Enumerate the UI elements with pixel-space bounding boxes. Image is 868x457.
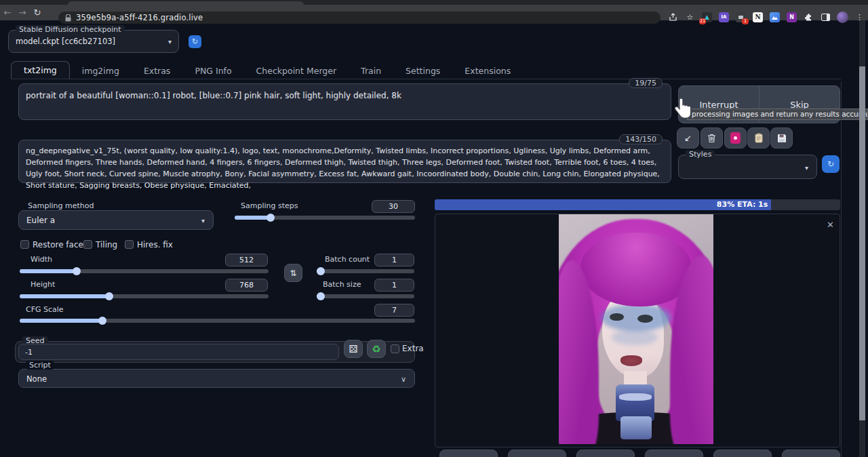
chevron-down-icon: ▾ (805, 164, 808, 172)
extra-networks-icon (730, 132, 741, 144)
batch-size-slider[interactable] (317, 294, 414, 298)
checkpoint-dropdown[interactable]: Stable Diffusion checkpoint model.ckpt [… (8, 30, 179, 53)
ext-onenote-icon[interactable]: N (786, 12, 797, 23)
share-icon[interactable] (667, 12, 679, 23)
prompt-token-counter: 19/75 (629, 78, 663, 88)
width-slider[interactable] (20, 269, 269, 273)
sampling-method-dropdown[interactable]: Sampling method Euler a ▾ (18, 210, 214, 230)
refresh-checkpoints-button[interactable]: ↻ (189, 35, 201, 48)
width-label: Width (31, 255, 52, 264)
seed-extra-checkbox[interactable] (391, 344, 399, 353)
right-column-border (841, 81, 842, 457)
bookmark-star-icon[interactable]: ☆ (684, 12, 696, 23)
ext-ia-icon[interactable]: IA (718, 12, 730, 23)
hires-fix-label: Hires. fix (137, 240, 173, 250)
script-label: Script (26, 361, 54, 370)
hires-fix-checkbox[interactable] (125, 240, 134, 249)
negative-prompt-textarea[interactable]: 143/150 ng_deepnegative_v1_75t, (worst q… (18, 140, 671, 183)
tab-extras[interactable]: Extras (132, 62, 183, 79)
tab-png-info[interactable]: PNG Info (182, 62, 243, 79)
browser-toolbar: ← → ↻ 359e5b9a-a5ff-4216.gradio.live ☆ ▲… (0, 5, 868, 20)
height-input[interactable]: 768 (225, 279, 268, 292)
address-bar[interactable]: 359e5b9a-a5ff-4216.gradio.live (58, 12, 660, 24)
batch-count-input[interactable]: 1 (374, 254, 414, 266)
reload-icon[interactable]: ↻ (30, 7, 45, 18)
random-seed-dice-button[interactable]: ⚄ (344, 340, 363, 358)
close-preview-icon[interactable]: ✕ (827, 220, 834, 230)
tab-settings[interactable]: Settings (393, 62, 452, 79)
prompt-textarea[interactable]: 19/75 portrait of a beautiful [woman::0.… (18, 83, 671, 120)
cfg-scale-slider[interactable] (20, 319, 415, 323)
ext-arrow-icon[interactable]: ▲ 21 (701, 12, 713, 23)
chevron-down-icon: ▾ (201, 217, 205, 224)
height-slider[interactable] (20, 294, 269, 298)
extra-networks-button[interactable] (724, 127, 747, 148)
tabs-divider (11, 79, 841, 79)
width-input[interactable]: 512 (225, 254, 268, 266)
chevron-down-icon: ∨ (401, 375, 406, 384)
mouse-cursor (674, 98, 692, 119)
sampling-method-label: Sampling method (24, 201, 97, 210)
apply-style-button[interactable] (747, 127, 770, 148)
styles-dropdown[interactable]: Styles ▾ (678, 155, 817, 179)
output-action-button[interactable] (439, 450, 498, 457)
extensions-puzzle-icon[interactable] (803, 12, 814, 23)
tab-extensions[interactable]: Extensions (452, 62, 523, 79)
batch-size-input[interactable]: 1 (374, 279, 414, 292)
paste-params-button[interactable]: ↙ (677, 127, 699, 148)
sampling-steps-label: Sampling steps (241, 201, 298, 210)
generated-image-preview[interactable] (559, 214, 713, 444)
forward-icon[interactable]: → (15, 7, 30, 18)
ext-camera-badge: 1 (742, 18, 749, 24)
progress-text: 83% ETA: 1s (717, 200, 768, 209)
sampling-steps-input[interactable]: 30 (372, 200, 415, 213)
output-action-button[interactable] (576, 450, 635, 457)
script-value: None (26, 374, 47, 384)
tab-checkpoint-merger[interactable]: Checkpoint Merger (244, 62, 349, 79)
ext-photos-icon[interactable] (769, 12, 781, 23)
output-action-button[interactable] (508, 450, 566, 457)
checkpoint-label: Stable Diffusion checkpoint (16, 25, 125, 34)
restore-faces-checkbox[interactable] (20, 240, 29, 249)
scrollbar-thumb[interactable] (859, 66, 865, 420)
seed-extra-label: Extra (402, 344, 424, 353)
back-icon[interactable]: ← (0, 7, 15, 18)
seed-value: -1 (25, 348, 33, 357)
ext-notion-icon[interactable]: N (752, 12, 764, 23)
tab-txt2img[interactable]: txt2img (11, 61, 70, 79)
tab-img2img[interactable]: img2img (70, 62, 132, 79)
side-panel-icon[interactable] (820, 12, 831, 23)
main-tabs: txt2img img2img Extras PNG Info Checkpoi… (11, 61, 523, 79)
negative-prompt-text: ng_deepnegative_v1_75t, (worst quality, … (26, 145, 665, 192)
clear-prompt-button[interactable] (701, 127, 723, 148)
refresh-styles-button[interactable]: ↻ (822, 155, 840, 173)
output-action-button[interactable] (782, 450, 840, 457)
cfg-scale-input[interactable]: 7 (374, 304, 414, 317)
profile-avatar[interactable] (837, 12, 848, 23)
ext-arrow-badge: 21 (699, 18, 706, 24)
sampling-steps-slider[interactable] (235, 216, 415, 220)
output-action-button[interactable] (645, 450, 703, 457)
reuse-seed-recycle-button[interactable]: ♻ (367, 340, 386, 358)
seed-input[interactable]: -1 (18, 344, 339, 360)
trash-icon (707, 134, 716, 143)
tiling-checkbox[interactable] (83, 240, 92, 249)
generation-progress-bar: 83% ETA: 1s (435, 199, 840, 210)
clipboard-icon (755, 133, 763, 143)
ext-camera-icon[interactable]: 1 (735, 12, 747, 23)
save-style-button[interactable] (770, 127, 793, 148)
chevron-down-icon: ▾ (168, 38, 172, 45)
stable-diffusion-webui: ← → ↻ 359e5b9a-a5ff-4216.gradio.live ☆ ▲… (0, 0, 868, 457)
sampling-method-value: Euler a (26, 216, 55, 225)
floppy-icon (777, 134, 787, 143)
script-dropdown[interactable]: Script None ∨ (18, 369, 415, 388)
tiling-label: Tiling (96, 240, 117, 250)
tab-train[interactable]: Train (349, 62, 393, 79)
batch-count-label: Batch count (325, 255, 370, 264)
page-scrollbar[interactable] (859, 20, 865, 457)
swap-dimensions-button[interactable]: ⇅ (284, 264, 302, 282)
negative-token-counter: 143/150 (619, 134, 663, 144)
styles-label: Styles (686, 150, 715, 159)
output-action-button[interactable] (713, 450, 772, 457)
batch-count-slider[interactable] (317, 269, 414, 273)
